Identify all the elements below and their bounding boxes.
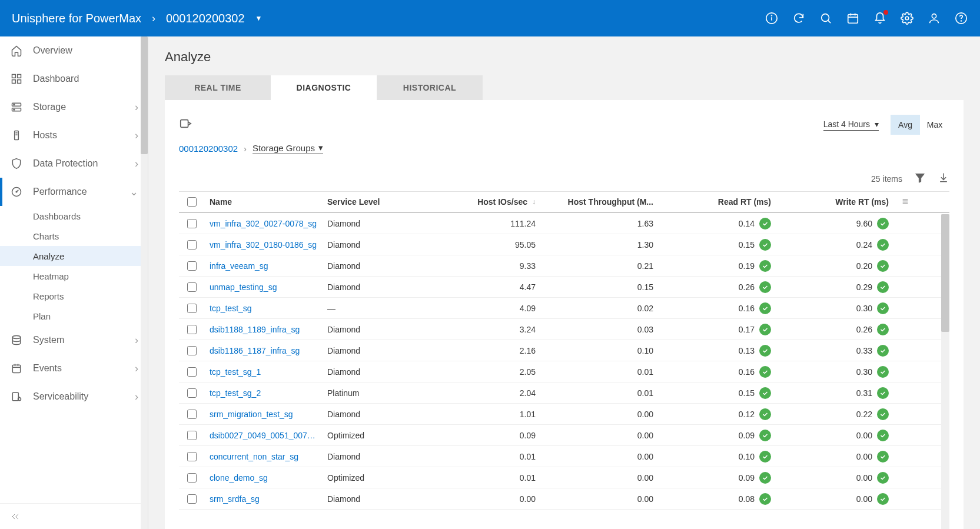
- column-menu-icon[interactable]: ≡: [902, 196, 909, 208]
- row-checkbox[interactable]: [187, 282, 197, 292]
- row-checkbox[interactable]: [187, 410, 197, 419]
- status-ok-icon: [877, 472, 889, 484]
- avg-toggle[interactable]: Avg: [891, 115, 920, 135]
- table-row: infra_veeam_sgDiamond9.330.210.190.20: [179, 255, 949, 277]
- nav-overview[interactable]: Overview: [0, 36, 148, 65]
- row-checkbox[interactable]: [187, 367, 197, 377]
- nav-data-protection[interactable]: Data Protection›: [0, 149, 148, 178]
- help-icon[interactable]: [954, 11, 968, 25]
- host-ios-value: 4.09: [423, 300, 540, 317]
- col-read-rt[interactable]: Read RT (ms): [658, 194, 776, 210]
- nav-sub-charts[interactable]: Charts: [0, 226, 148, 246]
- service-icon: [9, 390, 24, 404]
- storage-group-link[interactable]: srm_srdfa_sg: [210, 494, 260, 504]
- status-ok-icon: [759, 430, 771, 441]
- nav-sub-heatmap[interactable]: Heatmap: [0, 266, 148, 286]
- chevron-right-icon: ›: [152, 12, 155, 25]
- read-rt-value: 0.09: [739, 473, 755, 483]
- storage-group-link[interactable]: srm_migration_test_sg: [210, 410, 293, 419]
- service-level-value: Diamond: [323, 237, 423, 253]
- storage-group-link[interactable]: dsib1188_1189_infra_sg: [210, 325, 300, 334]
- breadcrumb-category-selector[interactable]: Storage Groups ▾: [253, 142, 323, 154]
- svg-point-3: [822, 14, 829, 22]
- calendar-icon[interactable]: [846, 11, 860, 25]
- bell-icon[interactable]: [873, 11, 887, 25]
- service-level-value: Diamond: [323, 491, 423, 507]
- tab-diagnostic[interactable]: DIAGNOSTIC: [271, 75, 377, 100]
- export-icon[interactable]: [179, 117, 192, 132]
- col-throughput[interactable]: Host Throughput (M...: [540, 194, 658, 210]
- storage-group-link[interactable]: dsib1186_1187_infra_sg: [210, 346, 300, 355]
- search-icon[interactable]: [819, 11, 833, 25]
- chevron-right-icon: ›: [244, 144, 247, 154]
- storage-group-link[interactable]: infra_veeam_sg: [210, 261, 268, 271]
- page-title: Analyze: [165, 49, 964, 65]
- chevron-right-icon: ›: [135, 101, 138, 114]
- storage-group-link[interactable]: vm_infra_302_0180-0186_sg: [210, 240, 317, 249]
- throughput-value: 0.01: [540, 364, 658, 380]
- storage-group-link[interactable]: clone_demo_sg: [210, 473, 268, 483]
- row-checkbox[interactable]: [187, 261, 197, 271]
- status-ok-icon: [759, 472, 771, 484]
- row-checkbox[interactable]: [187, 473, 197, 483]
- row-checkbox[interactable]: [187, 388, 197, 398]
- table-row: dsib1188_1189_infra_sgDiamond3.240.030.1…: [179, 319, 949, 340]
- service-level-value: Diamond: [323, 448, 423, 465]
- caret-down-icon[interactable]: ▼: [255, 14, 263, 22]
- nav-storage[interactable]: Storage›: [0, 93, 148, 121]
- svg-rect-28: [12, 365, 20, 372]
- nav-events[interactable]: Events›: [0, 354, 148, 382]
- nav-sub-plan[interactable]: Plan: [0, 306, 148, 326]
- user-icon[interactable]: [927, 11, 941, 25]
- table-row: tcp_test_sg—4.090.020.160.30: [179, 298, 949, 319]
- select-all-checkbox[interactable]: [187, 197, 197, 207]
- read-rt-value: 0.16: [739, 304, 755, 313]
- row-checkbox[interactable]: [187, 452, 197, 461]
- info-icon[interactable]: [765, 11, 779, 25]
- table-scrollbar-thumb[interactable]: [941, 214, 949, 332]
- row-checkbox[interactable]: [187, 325, 197, 334]
- col-service-level[interactable]: Service Level: [323, 194, 423, 210]
- storage-group-link[interactable]: concurrent_non_star_sg: [210, 452, 298, 461]
- read-rt-value: 0.08: [739, 494, 755, 504]
- col-write-rt[interactable]: Write RT (ms): [776, 194, 893, 210]
- storage-group-link[interactable]: tcp_test_sg: [210, 304, 252, 313]
- tab-real-time[interactable]: REAL TIME: [165, 75, 271, 100]
- col-name[interactable]: Name: [205, 194, 323, 210]
- row-checkbox[interactable]: [187, 304, 197, 313]
- collapse-sidebar-button[interactable]: [0, 503, 148, 529]
- filter-icon[interactable]: [914, 172, 926, 185]
- refresh-icon[interactable]: [792, 11, 806, 25]
- status-ok-icon: [877, 387, 889, 399]
- nav-system[interactable]: System›: [0, 326, 148, 354]
- row-checkbox[interactable]: [187, 219, 197, 228]
- row-checkbox[interactable]: [187, 240, 197, 249]
- status-ok-icon: [877, 260, 889, 272]
- host-ios-value: 4.47: [423, 279, 540, 295]
- nav-sub-reports[interactable]: Reports: [0, 286, 148, 306]
- tab-historical[interactable]: HISTORICAL: [377, 75, 483, 100]
- time-range-selector[interactable]: Last 4 Hours ▾: [823, 119, 879, 131]
- row-checkbox[interactable]: [187, 431, 197, 440]
- storage-group-link[interactable]: tcp_test_sg_1: [210, 367, 261, 377]
- col-host-ios[interactable]: Host IOs/sec↓: [423, 194, 540, 210]
- row-checkbox[interactable]: [187, 494, 197, 504]
- nav-serviceability[interactable]: Serviceability›: [0, 382, 148, 411]
- nav-performance[interactable]: Performance⌄: [0, 178, 148, 206]
- max-toggle[interactable]: Max: [920, 115, 949, 135]
- row-checkbox[interactable]: [187, 346, 197, 355]
- throughput-value: 0.15: [540, 279, 658, 295]
- breadcrumb-system-link[interactable]: 000120200302: [179, 144, 238, 154]
- storage-group-link[interactable]: tcp_test_sg_2: [210, 388, 261, 398]
- storage-group-link[interactable]: dsib0027_0049_0051_0078_gk_: [210, 431, 318, 440]
- system-id-selector[interactable]: 000120200302: [166, 12, 244, 25]
- nav-dashboard[interactable]: Dashboard: [0, 65, 148, 93]
- storage-group-link[interactable]: vm_infra_302_0027-0078_sg: [210, 219, 317, 228]
- gear-icon[interactable]: [900, 11, 914, 25]
- nav-sub-analyze[interactable]: Analyze: [0, 246, 148, 266]
- storage-group-link[interactable]: unmap_testing_sg: [210, 282, 277, 292]
- nav-hosts[interactable]: Hosts›: [0, 121, 148, 149]
- system-icon: [9, 333, 24, 347]
- download-icon[interactable]: [938, 172, 949, 185]
- nav-sub-dashboards[interactable]: Dashboards: [0, 206, 148, 226]
